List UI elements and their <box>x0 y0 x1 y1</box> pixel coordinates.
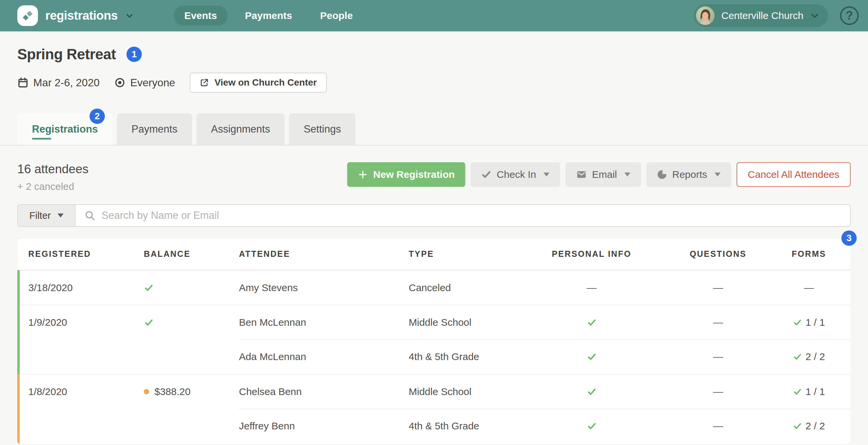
caret-down-icon <box>715 173 720 177</box>
cell-personal-info <box>542 352 641 362</box>
paid-check-icon <box>144 283 154 293</box>
check-in-button[interactable]: Check In <box>471 162 560 187</box>
cell-type: Canceled <box>409 282 542 293</box>
cell-personal-info <box>542 318 641 327</box>
top-navigation-bar: registrations Events Payments People <box>0 0 868 31</box>
table-row[interactable]: 1/9/2020 Ben McLennan Middle School — 1 … <box>17 305 851 339</box>
cell-type: 4th & 5th Grade <box>409 351 542 362</box>
check-icon <box>481 170 491 180</box>
col-attendee: ATTENDEE <box>239 249 409 259</box>
col-type: TYPE <box>409 249 542 259</box>
onboarding-badge-1[interactable]: 1 <box>126 47 142 62</box>
email-button[interactable]: Email <box>565 162 641 187</box>
cell-forms: — <box>767 282 851 293</box>
search-icon <box>84 210 95 221</box>
event-dates: Mar 2-6, 2020 <box>17 77 99 89</box>
cell-attendee: Jeffrey Benn <box>239 420 409 432</box>
cell-balance <box>144 318 239 327</box>
search-input[interactable] <box>101 209 841 221</box>
cell-balance: $388.20 <box>144 386 239 397</box>
paid-group-stripe <box>17 270 20 374</box>
caret-down-icon <box>58 213 64 217</box>
cell-questions: — <box>669 386 767 397</box>
envelope-icon <box>576 169 587 180</box>
view-on-church-center-button[interactable]: View on Church Center <box>190 72 327 93</box>
cell-registered: 3/18/2020 <box>17 282 144 293</box>
cell-forms: 1 / 1 <box>767 317 851 328</box>
cell-attendee: Ada McLennan <box>239 351 409 362</box>
reports-button[interactable]: Reports <box>646 162 731 187</box>
col-registered: REGISTERED <box>17 249 144 259</box>
cell-attendee: Amy Stevens <box>239 282 409 293</box>
tabs-divider <box>0 145 868 146</box>
complete-check-icon <box>793 318 802 327</box>
external-link-icon <box>200 78 209 87</box>
cell-questions: — <box>669 351 767 362</box>
complete-check-icon <box>793 387 802 396</box>
tab-settings[interactable]: Settings <box>289 113 355 145</box>
ticket-icon <box>21 9 34 22</box>
plus-icon <box>358 170 368 180</box>
table-row[interactable]: Ada McLennan 4th & 5th Grade — 2 / 2 <box>17 339 851 374</box>
complete-check-icon <box>793 352 802 361</box>
balance-due-group-stripe <box>17 374 20 444</box>
cell-questions: — <box>669 420 767 432</box>
complete-check-icon <box>587 318 597 327</box>
cell-balance <box>144 283 239 293</box>
caret-down-icon <box>544 173 550 177</box>
cell-forms: 1 / 1 <box>767 386 851 397</box>
cell-questions: — <box>669 317 767 328</box>
onboarding-badge-2[interactable]: 2 <box>90 109 105 124</box>
balance-amount: $388.20 <box>154 386 190 397</box>
tab-payments[interactable]: Payments <box>117 113 192 145</box>
table-header-row: REGISTERED BALANCE ATTENDEE TYPE PERSONA… <box>17 238 851 270</box>
event-date-text: Mar 2-6, 2020 <box>33 77 99 89</box>
paid-check-icon <box>144 318 154 327</box>
nav-item-events[interactable]: Events <box>174 6 228 26</box>
new-registration-button[interactable]: New Registration <box>347 162 465 187</box>
account-name: Centerville Church <box>721 10 803 21</box>
col-forms: FORMS <box>767 249 851 259</box>
cell-forms: 2 / 2 <box>767 420 851 432</box>
search-box <box>75 205 850 226</box>
cell-registered: 1/8/2020 <box>17 386 144 397</box>
filter-dropdown[interactable]: Filter <box>18 205 75 226</box>
attendees-table: REGISTERED BALANCE ATTENDEE TYPE PERSONA… <box>17 238 851 444</box>
cell-personal-info: — <box>542 282 641 293</box>
complete-check-icon <box>587 421 597 431</box>
canceled-count: + 2 canceled <box>17 181 89 192</box>
page-title: Spring Retreat <box>17 46 116 63</box>
nav-item-payments[interactable]: Payments <box>234 6 303 26</box>
app-switcher[interactable]: registrations <box>17 5 134 26</box>
calendar-icon <box>17 77 29 88</box>
col-balance: BALANCE <box>144 249 239 259</box>
complete-check-icon <box>793 421 802 431</box>
onboarding-badge-3[interactable]: 3 <box>841 231 857 246</box>
caret-down-icon <box>624 173 630 177</box>
chevron-down-icon <box>810 11 819 20</box>
registrations-app-icon <box>17 5 38 26</box>
help-icon[interactable]: ? <box>840 6 859 25</box>
cell-personal-info <box>542 387 641 397</box>
cell-questions: — <box>669 282 767 293</box>
event-tabs: 2 Registrations Payments Assignments Set… <box>0 113 868 145</box>
account-menu[interactable]: Centerville Church <box>694 4 828 27</box>
cell-registered: 1/9/2020 <box>17 317 144 328</box>
cancel-all-attendees-button[interactable]: Cancel All Attendees <box>737 162 851 187</box>
avatar <box>696 6 715 25</box>
tab-assignments[interactable]: Assignments <box>196 113 285 145</box>
event-visibility: Everyone <box>114 77 175 89</box>
cell-attendee: Ben McLennan <box>239 317 409 328</box>
visibility-icon <box>114 77 125 88</box>
primary-nav: Events Payments People <box>174 6 364 26</box>
cell-type: Middle School <box>409 317 542 328</box>
table-row[interactable]: Jeffrey Benn 4th & 5th Grade — 2 / 2 <box>17 409 851 443</box>
chevron-down-icon <box>125 11 134 20</box>
pie-chart-icon <box>657 170 667 180</box>
table-row[interactable]: 1/8/2020 $388.20 Chelsea Benn Middle Sch… <box>17 374 851 409</box>
brand-name: registrations <box>45 9 118 23</box>
cell-type: 4th & 5th Grade <box>409 420 542 432</box>
table-row[interactable]: 3/18/2020 Amy Stevens Canceled — — — <box>17 270 851 305</box>
nav-item-people[interactable]: People <box>310 6 364 26</box>
cell-personal-info <box>542 421 641 431</box>
